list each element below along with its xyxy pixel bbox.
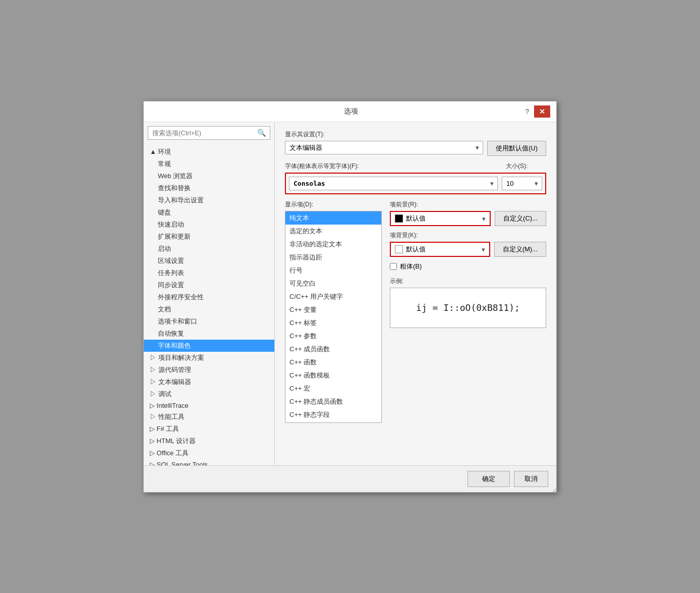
- show-settings-row: 显示其设置(T): 文本编辑器 使用默认值(U): [285, 130, 546, 156]
- tree-item-web-browser[interactable]: Web 浏览器: [144, 170, 274, 182]
- tree-item-external-security[interactable]: 外接程序安全性: [144, 291, 274, 303]
- display-item-cpp-func[interactable]: C++ 函数: [285, 356, 381, 369]
- display-item-inactive-selected[interactable]: 非活动的选定文本: [285, 238, 381, 251]
- color-preview-col: 项前景(R): 默认值 ▾ 自定义(C)...: [390, 200, 546, 423]
- background-select-wrap: 默认值 ▾: [390, 242, 490, 257]
- display-item-cpp-static-member-func[interactable]: C++ 静态成员函数: [285, 395, 381, 408]
- display-items-col: 显示项(D): 纯文本选定的文本非活动的选定文本指示器边距行号可见空白C/C++…: [285, 200, 382, 423]
- foreground-select[interactable]: 默认值 ▾: [391, 212, 490, 225]
- size-label: 大小(S):: [506, 162, 546, 171]
- show-settings-select[interactable]: 文本编辑器: [285, 141, 483, 154]
- display-item-cpp-var[interactable]: C++ 变量: [285, 303, 381, 316]
- background-section: 项背景(K): 默认值 ▾ 自定义(M)...: [390, 231, 546, 257]
- close-button[interactable]: ✕: [534, 105, 550, 118]
- display-item-cpp-macro[interactable]: C++ 宏: [285, 382, 381, 395]
- preview-label: 示例:: [390, 277, 546, 286]
- bold-label[interactable]: 粗体(B): [400, 262, 422, 271]
- display-items-label: 显示项(D):: [285, 200, 382, 209]
- tree-item-text-editor[interactable]: ▷ 文本编辑器: [144, 376, 274, 388]
- size-select-wrap: 10: [502, 177, 542, 190]
- background-value-text: 默认值: [406, 245, 426, 254]
- tree-item-auto-recover[interactable]: 自动恢复: [144, 328, 274, 340]
- dialog-body: 🔍 ▲ 环境常规Web 浏览器查找和替换导入和导出设置键盘快速启动扩展和更新启动…: [144, 122, 556, 465]
- preview-section: 示例: ij = I::oO(0xB811);: [390, 277, 546, 328]
- foreground-value-text: 默认值: [406, 214, 426, 223]
- customize-fg-button[interactable]: 自定义(C)...: [495, 211, 546, 226]
- font-select-wrap: Consolas: [289, 177, 498, 190]
- tree-item-font-color[interactable]: 字体和颜色: [144, 340, 274, 352]
- display-item-cpp-member-func[interactable]: C++ 成员函数: [285, 343, 381, 356]
- font-label: 字体(粗体表示等宽字体)(F):: [285, 162, 502, 171]
- right-panel: 显示其设置(T): 文本编辑器 使用默认值(U) 字体(粗体表示等宽字体)(F)…: [275, 122, 556, 465]
- tree-item-project-solution[interactable]: ▷ 项目和解决方案: [144, 352, 274, 364]
- tree-item-intellitrace[interactable]: ▷ IntelliTrace: [144, 400, 274, 411]
- display-item-cpp-func-template[interactable]: C++ 函数模板: [285, 369, 381, 382]
- foreground-arrow-icon: ▾: [482, 214, 486, 222]
- search-icon: 🔍: [253, 127, 270, 139]
- tree-item-debug[interactable]: ▷ 调试: [144, 388, 274, 400]
- tree-item-sql-server[interactable]: ▷ SQL Server Tools: [144, 459, 274, 465]
- resize-handle[interactable]: [551, 487, 557, 493]
- display-list[interactable]: 纯文本选定的文本非活动的选定文本指示器边距行号可见空白C/C++ 用户关键字C+…: [285, 211, 382, 423]
- foreground-swatch: [395, 214, 403, 223]
- show-settings-select-wrap: 文本编辑器: [285, 141, 483, 154]
- display-item-visible-space[interactable]: 可见空白: [285, 277, 381, 290]
- foreground-select-wrap: 默认值 ▾: [390, 211, 491, 226]
- background-arrow-icon: ▾: [482, 245, 485, 253]
- tree-item-task-list[interactable]: 任务列表: [144, 267, 274, 279]
- help-button[interactable]: ?: [522, 106, 532, 117]
- display-item-cpp-keyword[interactable]: C/C++ 用户关键字: [285, 290, 381, 303]
- customize-bg-button[interactable]: 自定义(M)...: [494, 242, 546, 257]
- tree-item-extend-update[interactable]: 扩展和更新: [144, 231, 274, 243]
- font-label-row: 字体(粗体表示等宽字体)(F): 大小(S):: [285, 162, 546, 171]
- tree-item-tab-window[interactable]: 选项卡和窗口: [144, 315, 274, 328]
- two-col: 显示项(D): 纯文本选定的文本非活动的选定文本指示器边距行号可见空白C/C++…: [285, 200, 546, 423]
- background-select[interactable]: 默认值 ▾: [391, 243, 489, 256]
- tree-item-env[interactable]: ▲ 环境: [144, 146, 274, 158]
- bold-checkbox[interactable]: [390, 263, 397, 270]
- tree-item-keyboard[interactable]: 键盘: [144, 206, 274, 219]
- tree-item-locale[interactable]: 区域设置: [144, 255, 274, 267]
- tree-item-html-designer[interactable]: ▷ HTML 设计器: [144, 435, 274, 447]
- tree-item-fsharp[interactable]: ▷ F# 工具: [144, 423, 274, 435]
- search-box: 🔍: [148, 126, 270, 140]
- display-item-selected-text[interactable]: 选定的文本: [285, 225, 381, 238]
- cancel-button[interactable]: 取消: [514, 471, 548, 487]
- tree-item-import-export[interactable]: 导入和导出设置: [144, 194, 274, 206]
- display-item-cpp-static-field[interactable]: C++ 静态字段: [285, 408, 381, 421]
- display-item-cpp-local-var[interactable]: C++ 局部变量: [285, 421, 381, 423]
- tree-item-general[interactable]: 常规: [144, 158, 274, 170]
- display-item-plain-text[interactable]: 纯文本: [285, 211, 381, 225]
- display-item-indicator-margin[interactable]: 指示器边距: [285, 251, 381, 264]
- font-row: Consolas 10: [285, 173, 546, 194]
- options-dialog: 选项 ? ✕ 🔍 ▲ 环境常规Web 浏览器查找和替换导入和导出设置键盘快速启动…: [143, 101, 557, 493]
- show-settings-label: 显示其设置(T):: [285, 130, 546, 139]
- use-default-button[interactable]: 使用默认值(U): [487, 141, 546, 156]
- foreground-section: 项前景(R): 默认值 ▾ 自定义(C)...: [390, 200, 546, 226]
- title-bar-controls: ? ✕: [522, 105, 550, 118]
- size-select[interactable]: 10: [502, 177, 542, 190]
- tree-item-find-replace[interactable]: 查找和替换: [144, 182, 274, 194]
- tree-item-perf-tools[interactable]: ▷ 性能工具: [144, 411, 274, 423]
- tree-item-source-control[interactable]: ▷ 源代码管理: [144, 364, 274, 376]
- display-item-cpp-param[interactable]: C++ 参数: [285, 330, 381, 343]
- tree-item-docs[interactable]: 文档: [144, 303, 274, 315]
- background-swatch: [395, 245, 403, 253]
- bold-row: 粗体(B): [390, 262, 546, 271]
- display-item-cpp-tag[interactable]: C++ 标签: [285, 316, 381, 330]
- ok-button[interactable]: 确定: [468, 471, 510, 487]
- tree-item-office-tools[interactable]: ▷ Office 工具: [144, 447, 274, 459]
- title-bar: 选项 ? ✕: [144, 101, 556, 122]
- display-item-line-number[interactable]: 行号: [285, 264, 381, 277]
- tree-item-startup[interactable]: 启动: [144, 243, 274, 255]
- tree-container: ▲ 环境常规Web 浏览器查找和替换导入和导出设置键盘快速启动扩展和更新启动区域…: [144, 144, 274, 465]
- background-row: 默认值 ▾ 自定义(M)...: [390, 242, 546, 257]
- preview-text: ij = I::oO(0xB811);: [416, 302, 520, 313]
- tree-item-sync[interactable]: 同步设置: [144, 279, 274, 291]
- search-input[interactable]: [148, 127, 253, 139]
- left-panel: 🔍 ▲ 环境常规Web 浏览器查找和替换导入和导出设置键盘快速启动扩展和更新启动…: [144, 122, 275, 465]
- dialog: 选项 ? ✕ 🔍 ▲ 环境常规Web 浏览器查找和替换导入和导出设置键盘快速启动…: [143, 101, 557, 493]
- font-select[interactable]: Consolas: [289, 177, 498, 190]
- foreground-row: 默认值 ▾ 自定义(C)...: [390, 211, 546, 226]
- tree-item-quick-launch[interactable]: 快速启动: [144, 219, 274, 231]
